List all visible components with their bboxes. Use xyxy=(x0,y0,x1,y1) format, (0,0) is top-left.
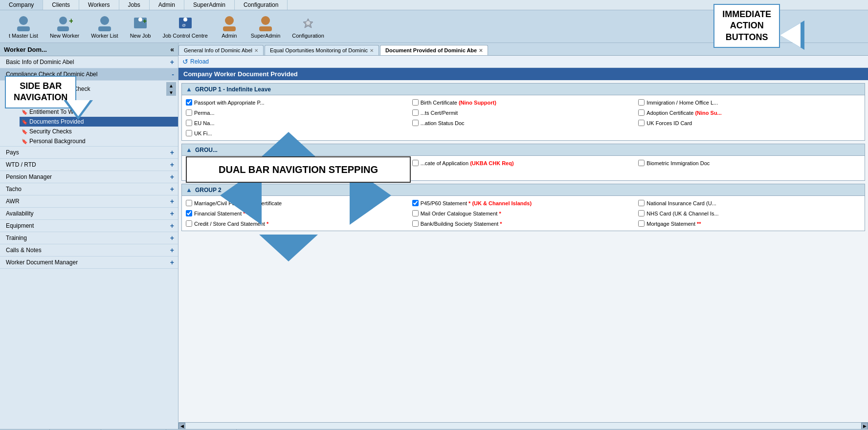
sidebar-item-awr-expand[interactable]: + xyxy=(170,197,174,205)
cb-ni-card-input[interactable] xyxy=(638,200,645,206)
tab-general-info-close[interactable]: ✕ xyxy=(254,48,258,53)
group1-collapse-icon[interactable]: ▲ xyxy=(186,86,192,93)
cb-cert-app-input[interactable] xyxy=(412,160,419,166)
nav-admin[interactable]: Admin xyxy=(150,0,184,10)
sidebar-item-pays-label: Pays xyxy=(6,149,19,156)
tab-doc-provided-close[interactable]: ✕ xyxy=(479,48,483,53)
sidebar-item-basic-info[interactable]: Basic Info of Dominic Abel + xyxy=(0,56,178,68)
scroll-up-btn[interactable]: ▲ xyxy=(166,82,176,89)
sidebar-item-pension-expand[interactable]: + xyxy=(170,173,174,181)
sidebar-item-pension[interactable]: Pension Manager + xyxy=(0,171,178,183)
cb-ni-card: National Insurance Card (U... xyxy=(638,199,861,207)
sidebar-item-basic-info-label: Basic Info of Dominic Abel xyxy=(6,59,74,65)
horizontal-scrollbar[interactable]: ◀ ▶ xyxy=(178,422,868,429)
nav-clients[interactable]: Clients xyxy=(43,0,79,10)
new-worker-button[interactable]: + New Worker xyxy=(45,12,84,41)
nav-workers[interactable]: Workers xyxy=(79,0,119,10)
sidebar-item-equipment-expand[interactable]: + xyxy=(170,222,174,230)
cb-adoption-input[interactable] xyxy=(638,109,645,116)
nav-jobs[interactable]: Jobs xyxy=(119,0,150,10)
cb-birth-cert-input[interactable] xyxy=(412,99,419,106)
new-job-button[interactable]: + New Job xyxy=(125,12,156,41)
worker-list-button[interactable]: Worker List xyxy=(86,12,123,41)
nav-configuration[interactable]: Configuration xyxy=(235,0,288,10)
sidebar-item-training-expand[interactable]: + xyxy=(170,234,174,242)
configuration-button[interactable]: Configuration xyxy=(287,12,329,41)
sidebar-collapse-btn[interactable]: « xyxy=(170,45,174,53)
sidebar-item-pays-expand[interactable]: + xyxy=(170,149,174,156)
sidebar-item-compliance-expand[interactable]: - xyxy=(172,70,174,78)
cb-financial-input[interactable] xyxy=(186,210,192,216)
cb-eu-nat-input[interactable] xyxy=(186,120,192,126)
cb-nhs-card-input[interactable] xyxy=(638,210,645,216)
sidebar-item-awr[interactable]: AWR + xyxy=(0,195,178,208)
cb-perma-input[interactable] xyxy=(186,109,192,116)
sidebar-item-calls[interactable]: Calls & Notes + xyxy=(0,244,178,257)
cb-ts-cert-label: ...ts Cert/Permit xyxy=(421,110,458,116)
master-list-icon xyxy=(15,14,32,32)
cb-passport-input[interactable] xyxy=(186,99,192,106)
cb-uk-fi-input[interactable] xyxy=(186,130,192,136)
cb-p45p60-input[interactable] xyxy=(412,200,419,206)
new-job-icon: + xyxy=(132,14,149,32)
sidebar-item-tacho-label: Tacho xyxy=(6,186,22,193)
worker-list-icon xyxy=(96,14,113,32)
tab-equal-opp[interactable]: Equal Oportunities Monitoring of Dominic… xyxy=(265,45,379,55)
dual-bar-annotation: DUAL BAR NAVIGTION STEPPING xyxy=(186,156,411,183)
tab-doc-provided[interactable]: Document Provided of Dominic Abe ✕ xyxy=(380,45,488,55)
sidebar-item-availability-expand[interactable]: + xyxy=(170,210,174,217)
nav-company[interactable]: Company xyxy=(0,0,43,10)
cb-mortgage-input[interactable] xyxy=(638,220,645,227)
scroll-track[interactable] xyxy=(185,423,861,429)
tree-personal-bg[interactable]: 🔖 Personal Background xyxy=(20,136,178,146)
sidebar-item-equipment[interactable]: Equipment + xyxy=(0,220,178,232)
nav-superadmin[interactable]: SuperAdmin xyxy=(184,0,235,10)
master-list-button[interactable]: t Master List xyxy=(4,12,43,41)
group1b-collapse-icon[interactable]: ▲ xyxy=(186,146,192,153)
cb-ation-status-input[interactable] xyxy=(412,120,419,126)
scroll-down-btn[interactable]: ▼ xyxy=(166,89,176,96)
sidebar-item-availability[interactable]: Availability + xyxy=(0,208,178,220)
sidebar-item-tacho-expand[interactable]: + xyxy=(170,185,174,193)
tree-documents[interactable]: 🔖 Documents Provided xyxy=(20,117,178,127)
group2-collapse-icon[interactable]: ▲ xyxy=(186,186,192,194)
cb-marriage-input[interactable] xyxy=(186,200,192,206)
cb-mail-order-input[interactable] xyxy=(412,210,419,216)
sidebar-item-wtd[interactable]: WTD / RTD + xyxy=(0,159,178,171)
cb-uk-forces-input[interactable] xyxy=(638,120,645,126)
sidebar-item-training[interactable]: Training + xyxy=(0,232,178,244)
configuration-icon xyxy=(299,14,317,32)
cb-bank-building-input[interactable] xyxy=(412,220,419,227)
scroll-right-btn[interactable]: ▶ xyxy=(861,423,868,430)
sidebar-item-calls-expand[interactable]: + xyxy=(170,246,174,254)
action-buttons-annotation: IMMEDIATEACTIONBUTTONS xyxy=(713,4,780,48)
sidebar-item-tacho[interactable]: Tacho + xyxy=(0,183,178,195)
cb-adoption-label: Adoption Certificate (Nino Su... xyxy=(646,110,721,116)
cb-credit-store-input[interactable] xyxy=(186,220,192,227)
cb-immigration-home: Immigration / Home Office L... xyxy=(638,98,861,107)
reload-button[interactable]: ↺ Reload xyxy=(182,58,209,65)
group2-section: ▲ GROUP 2 Marriage/Civil Partnership Cer… xyxy=(181,184,865,231)
scroll-left-btn[interactable]: ◀ xyxy=(178,423,185,430)
sidebar-item-doc-manager[interactable]: Worker Document Manager + xyxy=(0,257,178,269)
cb-bank-building: Bank/Building Society Statement * xyxy=(412,219,635,228)
sidebar-item-basic-info-expand[interactable]: + xyxy=(170,58,174,66)
cb-biometric-input[interactable] xyxy=(638,160,645,166)
group1b-title: GROU... xyxy=(195,147,218,153)
cb-mail-order-label: Mail Order Catalogue Statement * xyxy=(421,211,501,216)
cb-immigration-home-input[interactable] xyxy=(638,99,645,106)
cb-nhs-card-label: NHS Card (UK & Channel Is... xyxy=(646,211,718,216)
sidebar-item-pays[interactable]: Pays + xyxy=(0,147,178,159)
sidebar-item-wtd-expand[interactable]: + xyxy=(170,161,174,169)
toolbar: ↺ Reload xyxy=(178,56,868,68)
job-control-button[interactable]: @ Job Control Centre xyxy=(157,12,212,41)
sidebar-item-doc-manager-expand[interactable]: + xyxy=(170,258,174,266)
tab-general-info[interactable]: General Info of Dominic Abel ✕ xyxy=(178,45,264,55)
cb-ts-cert-input[interactable] xyxy=(412,109,419,116)
tree-entitlement[interactable]: 🔖 Entitlement To Work xyxy=(20,107,178,117)
admin-button[interactable]: Admin xyxy=(215,12,244,41)
tree-security[interactable]: 🔖 Security Checks xyxy=(20,127,178,136)
superadmin-button[interactable]: SuperAdmin xyxy=(246,12,286,41)
group1-header: ▲ GROUP 1 - Indefinite Leave xyxy=(182,84,865,95)
tab-equal-opp-close[interactable]: ✕ xyxy=(370,48,374,53)
